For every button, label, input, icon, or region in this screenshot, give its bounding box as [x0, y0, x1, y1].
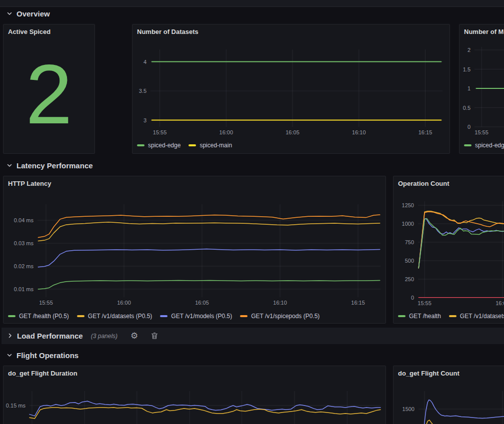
legend-item[interactable]: GET /v1/datasets: [449, 313, 504, 320]
series-line: [30, 401, 380, 416]
legend-item[interactable]: spiced-edge: [464, 142, 504, 149]
chevron-down-icon: [6, 162, 12, 168]
panel-active-spiced: Active Spiced 2: [3, 24, 95, 154]
y-tick-label: 0.02 ms: [14, 263, 34, 269]
legend-item[interactable]: GET /health (P0.5): [8, 313, 69, 320]
models-chart[interactable]: 15:5500.511.52: [460, 24, 504, 153]
series-line: [38, 249, 380, 267]
legend-item[interactable]: spiced-edge: [137, 142, 180, 149]
legend-label: GET /v1/datasets: [460, 313, 504, 320]
chevron-right-icon: [7, 332, 13, 341]
legend: GET /health (P0.5)GET /v1/datasets (P0.5…: [8, 313, 328, 320]
legend-swatch: [464, 144, 472, 146]
panel-title[interactable]: do_get Flight Count: [398, 370, 460, 377]
legend-swatch: [240, 315, 248, 317]
y-tick-label: 0.5: [463, 105, 470, 111]
legend: spiced-edgespiced-main: [137, 142, 240, 149]
dashboard: { "colors": { "green": "#73BF69", "yello…: [0, 0, 504, 424]
panel-http-latency: HTTP Latency 15:5516:0016:0516:1016:150.…: [3, 176, 386, 324]
panel-count: (3 panels): [91, 333, 118, 340]
panel-number-of-models: Number of Models 15:5500.511.52 spiced-e…: [459, 24, 504, 154]
series-line: [38, 281, 380, 289]
section-title: Flight Operations: [16, 351, 78, 360]
section-flight-operations[interactable]: Flight Operations: [6, 350, 78, 361]
y-tick-label: 500: [405, 258, 414, 264]
section-title: Latency Performance: [16, 161, 93, 170]
section-load-performance[interactable]: Load Performance (3 panels) ⚙: [2, 328, 504, 344]
y-tick-label: 1000: [402, 221, 414, 227]
series-line: [418, 212, 504, 268]
y-tick-label: 1500: [402, 406, 414, 412]
y-tick-label: 4: [144, 59, 146, 65]
legend: spiced-edge: [464, 142, 504, 149]
legend-swatch: [188, 144, 196, 146]
legend-swatch: [160, 315, 168, 317]
chevron-down-icon: [6, 352, 12, 358]
panel-number-of-datasets: Number of Datasets 15:5516:0016:0516:101…: [132, 24, 450, 154]
http-latency-chart[interactable]: 15:5516:0016:0516:1016:150.01 ms0.02 ms0…: [4, 176, 386, 323]
legend-item[interactable]: GET /v1/datasets (P0.5): [77, 313, 152, 320]
legend-label: spiced-edge: [475, 142, 504, 149]
legend-swatch: [137, 144, 144, 146]
y-tick-label: 750: [405, 239, 414, 245]
x-tick-label: 16:05: [286, 129, 300, 135]
series-line: [38, 215, 380, 238]
panel-title[interactable]: do_get Flight Duration: [8, 370, 78, 377]
legend-label: spiced-main: [200, 142, 232, 149]
panel-operation-count: Operation Count 15:5516:0002505007501000…: [393, 176, 504, 324]
legend-item[interactable]: GET /health: [398, 313, 441, 320]
legend-label: GET /v1/models (P0.5): [171, 313, 232, 320]
y-tick-label: 3: [144, 117, 146, 123]
legend-label: GET /v1/spicepods (P0.5): [251, 313, 320, 320]
section-title: Overview: [16, 9, 50, 18]
y-tick-label: 250: [405, 276, 414, 282]
legend-label: GET /v1/datasets (P0.5): [88, 313, 152, 320]
operation-count-chart[interactable]: 15:5516:00025050075010001250: [394, 176, 504, 323]
panel-title[interactable]: Number of Datasets: [137, 28, 198, 35]
panel-title[interactable]: Number of Models: [464, 28, 504, 35]
x-tick-label: 15:55: [153, 129, 167, 135]
legend: GET /healthGET /v1/datasets: [398, 313, 504, 320]
y-tick-label: 0.01 ms: [14, 286, 34, 292]
section-overview[interactable]: Overview: [6, 8, 50, 19]
panel-title[interactable]: Active Spiced: [8, 28, 50, 35]
y-tick-label: 0: [411, 295, 414, 301]
legend-label: GET /health (P0.5): [19, 313, 69, 320]
x-tick-label: 16:10: [273, 300, 287, 306]
legend-item[interactable]: spiced-main: [188, 142, 232, 149]
legend-swatch: [398, 315, 406, 317]
legend-item[interactable]: GET /v1/spicepods (P0.5): [240, 313, 320, 320]
y-tick-label: 3.5: [139, 88, 146, 94]
stat-value: 2: [4, 37, 94, 151]
gear-icon[interactable]: ⚙: [130, 332, 138, 340]
section-title: Load Performance: [17, 332, 83, 340]
legend-swatch: [77, 315, 84, 317]
x-tick-label: 16:00: [496, 300, 504, 306]
series-line: [30, 408, 380, 419]
legend-swatch: [8, 315, 16, 317]
y-tick-label: 1250: [402, 202, 414, 208]
x-tick-label: 15:55: [474, 129, 488, 135]
y-tick-label: 0.03 ms: [14, 240, 34, 246]
x-tick-label: 15:55: [39, 300, 53, 306]
legend-item[interactable]: GET /v1/models (P0.5): [160, 313, 232, 320]
trash-icon[interactable]: [151, 332, 158, 340]
y-tick-label: 0: [468, 124, 470, 130]
series-line: [420, 400, 504, 424]
x-tick-label: 15:55: [418, 300, 432, 306]
y-tick-label: 2: [468, 47, 470, 53]
x-tick-label: 16:10: [352, 129, 366, 135]
x-tick-label: 16:15: [418, 129, 432, 135]
x-tick-label: 16:00: [220, 129, 234, 135]
datasets-chart[interactable]: 15:5516:0016:0516:1016:1533.54: [132, 24, 450, 153]
section-latency-performance[interactable]: Latency Performance: [6, 160, 93, 171]
series-line: [38, 222, 380, 241]
series-line: [418, 211, 504, 268]
panel-title[interactable]: Operation Count: [398, 180, 450, 187]
legend-label: GET /health: [409, 313, 441, 320]
x-tick-label: 16:05: [195, 300, 209, 306]
y-tick-label: 0.15 ms: [6, 403, 26, 409]
series-line: [420, 420, 504, 424]
y-tick-label: 1.5: [463, 66, 470, 72]
panel-title[interactable]: HTTP Latency: [8, 180, 51, 187]
